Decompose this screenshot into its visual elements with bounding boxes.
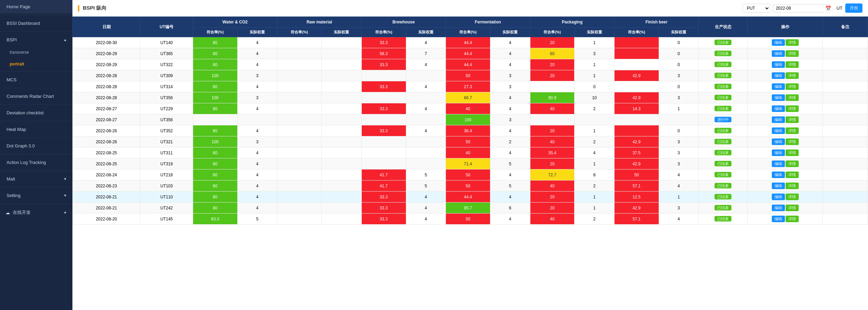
sidebar-item-mcs[interactable]: MCS [0,73,72,86]
edit-button[interactable]: 编辑 [772,216,785,222]
table-cell [322,48,362,59]
edit-button[interactable]: 编辑 [772,61,785,68]
edit-button[interactable]: 编辑 [772,50,785,57]
detail-button[interactable]: 详情 [786,205,799,211]
table-row: 2022-08-24UT21880441.7550472.78504已结束编辑详… [73,169,868,180]
table-row: 2022-08-27UT3561003进行中编辑详情 [73,114,868,125]
table-cell: 1 [575,37,615,48]
sidebar-item-online-dev[interactable]: ☁ 在线开发 ▼ [0,205,72,220]
status-cell: 已结束 [699,81,748,92]
detail-button[interactable]: 详情 [786,94,799,101]
sidebar-item-home[interactable]: Home Page [0,0,72,13]
edit-button[interactable]: 编辑 [772,83,785,90]
table-cell [823,125,868,136]
sidebar-item-label: Dot Graph 3.0 [7,143,35,148]
sidebar-item-label: Comments Radar Chart [7,94,54,99]
edit-button[interactable]: 编辑 [772,116,785,123]
edit-button[interactable]: 编辑 [772,205,785,211]
action-cell: 编辑详情 [748,169,823,180]
sidebar-item-label: Action Log Tracking [7,160,46,165]
detail-button[interactable]: 详情 [786,216,799,222]
action-cell: 编辑详情 [748,203,823,214]
table-cell: 2022-08-25 [73,158,140,169]
detail-button[interactable]: 详情 [786,149,799,156]
detail-button[interactable]: 详情 [786,39,799,46]
table-row: 2022-08-30UT14080433.3444.442010已结束编辑详情 [73,37,868,48]
detail-button[interactable]: 详情 [786,83,799,90]
col-group-water: Water & CO2 [193,17,277,28]
table-cell: 58.3 [361,48,406,59]
table-cell [823,103,868,114]
table-cell: 50 [446,180,490,192]
detail-button[interactable]: 详情 [786,72,799,79]
edit-button[interactable]: 编辑 [772,94,785,101]
table-cell: UT322 [140,59,193,70]
edit-button[interactable]: 编辑 [772,39,785,46]
status-badge: 已结束 [715,95,731,100]
table-cell: 27.3 [446,81,490,92]
detail-button[interactable]: 详情 [786,172,799,178]
detail-button[interactable]: 详情 [786,61,799,68]
table-cell: 41.7 [361,169,406,180]
edit-button[interactable]: 编辑 [772,127,785,134]
table-cell: 3 [659,70,699,81]
status-badge: 已结束 [715,62,731,67]
sidebar-item-setting[interactable]: Setting ▼ [0,189,72,202]
detail-button[interactable]: 详情 [786,127,799,134]
table-cell: 4 [490,37,530,48]
sidebar-sub-transverse[interactable]: transverse [0,46,72,58]
edit-button[interactable]: 编辑 [772,161,785,167]
col-group-finish: Finish beer [614,17,698,28]
detail-button[interactable]: 详情 [786,183,799,189]
status-badge: 已结束 [715,73,731,78]
table-cell: 2 [490,136,530,147]
sidebar-item-dotgraph[interactable]: Dot Graph 3.0 [0,139,72,153]
sidebar-item-malt[interactable]: Malt ▼ [0,172,72,186]
table-cell [361,114,406,125]
put-select[interactable]: PUT [742,4,770,13]
table-cell: 80 [193,180,237,192]
sidebar-item-actionlog[interactable]: Action Log Tracking [0,156,72,169]
col-header-remark: 备注 [823,17,868,37]
detail-button[interactable]: 详情 [786,138,799,145]
sidebar-item-label: Setting [7,193,20,198]
sidebar-item-deviation[interactable]: Deviation checklist [0,106,72,120]
edit-button[interactable]: 编辑 [772,72,785,79]
sidebar-item-heatmap[interactable]: Heat Map [0,123,72,136]
sidebar-item-comments-radar[interactable]: Comments Radar Chart [0,90,72,103]
detail-button[interactable]: 详情 [786,194,799,200]
date-input[interactable] [773,4,831,12]
sidebar-item-bspi[interactable]: BSPI ▲ [0,33,72,46]
page-title: BSPI 纵向 [78,5,107,11]
edit-button[interactable]: 编辑 [772,183,785,189]
edit-button[interactable]: 编辑 [772,138,785,145]
table-cell [277,214,322,225]
sidebar-item-label: BSPI [7,37,17,42]
table-cell: 1 [575,70,615,81]
table-cell: 4 [406,59,446,70]
sidebar-sub-portrait[interactable]: portrait [0,58,72,70]
detail-button[interactable]: 详情 [786,116,799,123]
detail-button[interactable]: 详情 [786,105,799,112]
edit-button[interactable]: 编辑 [772,105,785,112]
edit-button[interactable]: 编辑 [772,149,785,156]
detail-button[interactable]: 详情 [786,50,799,57]
table-cell: 4 [237,81,277,92]
table-cell: UT229 [140,103,193,114]
edit-button[interactable]: 编辑 [772,172,785,178]
table-cell: UT365 [140,48,193,59]
table-cell [823,70,868,81]
sidebar-item-bssi[interactable]: BSSI Dashboard [0,17,72,30]
month-btn[interactable]: 月份 [845,3,862,13]
table-cell [277,147,322,158]
edit-button[interactable]: 编辑 [772,194,785,200]
sidebar-item-label: Malt [7,176,15,182]
status-cell: 已结束 [699,214,748,225]
table-cell: 4 [406,103,446,114]
sub-brew-rate: 符合率(%) [361,28,406,37]
detail-button[interactable]: 详情 [786,161,799,167]
table-cell: 4 [237,180,277,192]
table-cell [406,147,446,158]
table-cell: UT319 [140,158,193,169]
status-badge: 已结束 [715,183,731,188]
